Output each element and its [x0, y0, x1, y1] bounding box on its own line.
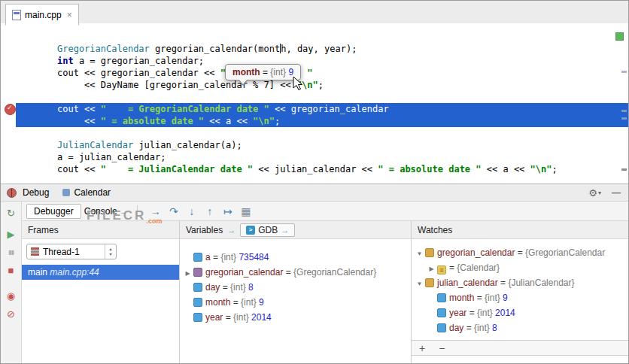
code-token: "\n"	[530, 164, 552, 174]
frames-title: Frames	[28, 225, 59, 235]
tooltip-type: {int}	[270, 67, 286, 77]
variable-type: {GregorianCalendar}	[293, 267, 376, 278]
side-icons: ↻▶▮▮■◉⊘	[1, 205, 21, 323]
code-line[interactable]: << DayName [gregorian_calendar % 7] << "…	[1, 79, 628, 91]
expand-arrow-icon[interactable]: ▶	[183, 266, 193, 280]
variable-type: {JulianCalendar}	[508, 278, 574, 288]
code-line[interactable]: GregorianCalendar gregorian_calendar(mon…	[1, 43, 628, 55]
step-out-icon[interactable]: ↑	[201, 205, 219, 217]
object-value-icon	[193, 268, 202, 277]
view-breakpoints-icon[interactable]: ◉	[1, 287, 21, 305]
code-token: << julian_calendar <<	[253, 164, 378, 174]
rerun-icon[interactable]: ↻	[1, 205, 21, 223]
stripe-mark[interactable]	[621, 71, 627, 73]
frames-panel: Frames Thread-1 ▴ ▾ main main.cpp:44	[22, 221, 180, 363]
code-token: ;	[275, 116, 280, 126]
code-token: << a <<	[482, 164, 530, 174]
tree-row[interactable]: month = {int} 9	[180, 295, 411, 310]
code-line[interactable]	[1, 91, 628, 103]
code-line[interactable]	[1, 127, 628, 139]
inspection-indicator-icon[interactable]	[615, 32, 624, 41]
hide-panel-button[interactable]: —	[612, 187, 621, 198]
combo-stepper[interactable]: ▴ ▾	[105, 244, 116, 259]
step-over-icon[interactable]: ↷	[165, 205, 183, 217]
tree-row[interactable]: year = {int} 2014	[412, 305, 629, 320]
tree-row[interactable]: day = {int} 8	[412, 320, 629, 335]
tree-row[interactable]: month = {int} 9	[412, 290, 629, 305]
stripe-mark[interactable]	[621, 168, 627, 171]
code-line[interactable]: << " = absolute date " << a << "\n";	[16, 115, 628, 127]
remove-watch-button[interactable]: −	[439, 343, 445, 353]
debug-side-toolbar: ↻▶▮▮■◉⊘	[1, 202, 22, 363]
variable-name: day	[205, 282, 220, 293]
code-editor[interactable]: GregorianCalendar gregorian_calendar(mon…	[1, 23, 628, 184]
evaluate-expression-icon[interactable]: ▦	[237, 205, 255, 217]
base-value-icon	[437, 265, 446, 275]
code-line[interactable]: a = julian_calendar;	[1, 151, 628, 163]
tree-row[interactable]: ▶gregorian_calendar = {GregorianCalendar…	[180, 265, 411, 280]
expand-arrow-icon[interactable]: ▶	[427, 262, 436, 275]
code-line[interactable]: JulianCalendar julian_calendar(a);	[1, 139, 628, 151]
code-line[interactable]: cout << gregorian_calendar << " "	[1, 67, 628, 79]
code-token: int	[57, 56, 74, 66]
run-configuration-icon	[62, 189, 70, 196]
equals-sign: =	[498, 278, 509, 288]
stripe-mark[interactable]	[621, 110, 627, 112]
tab-debugger[interactable]: Debugger	[26, 204, 81, 219]
code-line[interactable]: cout << " = JulianCalendar date " << jul…	[1, 163, 628, 175]
code-line[interactable]: cout << " = GregorianCalendar date " << …	[16, 103, 628, 115]
variable-type: {int}	[241, 297, 257, 308]
tree-row[interactable]: ▼gregorian_calendar = {GregorianCalendar	[412, 245, 629, 260]
thread-selector[interactable]: Thread-1 ▴ ▾	[26, 244, 117, 259]
tab-session-calendar[interactable]: Calendar	[55, 186, 118, 199]
stop-icon[interactable]: ■	[1, 262, 21, 280]
code-token: " = absolute date "	[378, 164, 481, 174]
breakpoint-icon[interactable]	[5, 104, 16, 115]
equals-sign: =	[474, 293, 485, 303]
debug-header-controls: ⚙ ▾ —	[588, 187, 621, 199]
mouse-cursor-icon	[293, 76, 303, 91]
tree-row[interactable]: ▼julian_calendar = {JulianCalendar}	[412, 275, 629, 290]
settings-button[interactable]: ⚙ ▾	[588, 187, 601, 199]
code-token: cout << gregorian_calendar <<	[57, 68, 220, 78]
debug-header: Debug Calendar ⚙ ▾ —	[1, 184, 628, 202]
mute-breakpoints-icon[interactable]: ⊘	[1, 305, 21, 323]
variable-value: 8	[490, 323, 497, 333]
tab-main-cpp[interactable]: main.cpp ×	[5, 4, 79, 26]
tree-row[interactable]: day = {int} 8	[180, 280, 411, 295]
watches-header: Watches	[412, 221, 629, 239]
equals-sign: =	[515, 247, 525, 258]
tab-gdb[interactable]: > GDB →	[240, 223, 295, 237]
collapse-arrow-icon[interactable]: ▼	[415, 247, 424, 260]
collapse-arrow-icon[interactable]: ▼	[415, 277, 424, 290]
close-icon[interactable]: ×	[67, 11, 72, 20]
equals-sign: =	[220, 282, 230, 293]
stepper-up-icon: ▴	[109, 247, 111, 252]
equals-sign: =	[449, 262, 457, 273]
primitive-value-icon	[437, 323, 446, 332]
tree-row[interactable]: a = {int} 735484	[180, 250, 411, 265]
step-into-icon[interactable]: ↓	[183, 205, 201, 217]
run-to-cursor-icon[interactable]: ↦	[219, 205, 237, 217]
tree-row[interactable]: ▶= {Calendar}	[412, 260, 629, 275]
equals-sign: =	[463, 323, 474, 333]
equals-sign: =	[211, 252, 221, 262]
code-line[interactable]: int a = gregorian_calendar;	[1, 55, 628, 67]
tab-label: main.cpp	[25, 10, 62, 20]
code-token: cout <<	[57, 164, 101, 174]
stack-frame-row[interactable]: main main.cpp:44	[22, 265, 179, 280]
add-watch-button[interactable]: +	[419, 343, 425, 353]
equals-sign: =	[283, 267, 293, 278]
pause-icon[interactable]: ▮▮	[1, 244, 21, 262]
cpp-file-icon	[12, 10, 21, 20]
variable-value: 9	[500, 293, 508, 303]
variables-tree: a = {int} 735484▶gregorian_calendar = {G…	[180, 250, 411, 325]
gdb-tab-label: GDB	[258, 225, 278, 235]
stripe-mark[interactable]	[621, 117, 627, 120]
resume-icon[interactable]: ▶	[1, 226, 21, 244]
tree-row[interactable]: year = {int} 2014	[180, 310, 411, 325]
debug-body: Frames Thread-1 ▴ ▾ main main.cpp:44 Var…	[22, 221, 628, 363]
variable-type: {int}	[485, 293, 500, 303]
variable-value: 8	[246, 282, 254, 293]
debug-title: Debug	[23, 187, 49, 198]
